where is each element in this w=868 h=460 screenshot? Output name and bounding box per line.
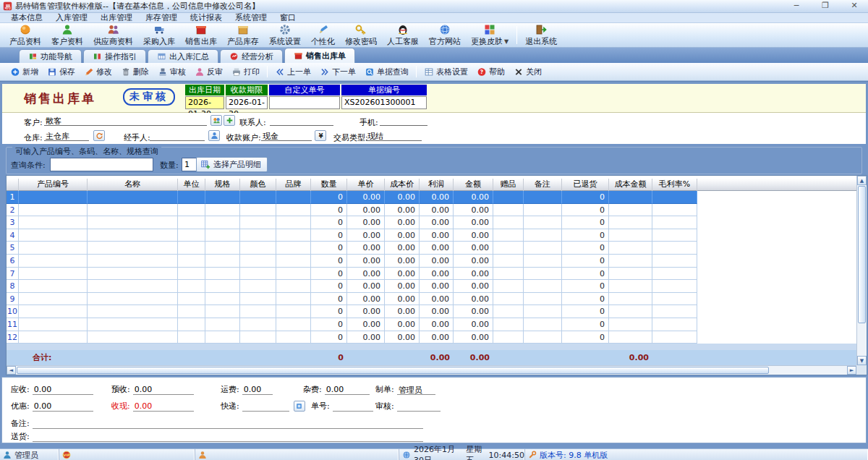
- grid-cell[interactable]: [88, 331, 178, 344]
- grid-cell[interactable]: 0: [311, 293, 347, 306]
- account-yen-button[interactable]: ¥: [315, 130, 326, 141]
- grid-cell[interactable]: [178, 191, 205, 204]
- grid-cell[interactable]: 0: [311, 318, 347, 331]
- grid-cell[interactable]: [178, 305, 205, 318]
- grid-cell[interactable]: 0: [311, 268, 347, 281]
- query-condition-input[interactable]: [50, 158, 153, 171]
- menu-item-4[interactable]: 库存管理: [139, 13, 184, 23]
- grid-cell[interactable]: [276, 255, 311, 268]
- grid-cell[interactable]: [652, 204, 697, 217]
- grid-row-6[interactable]: 600.000.000.000.000: [7, 255, 856, 268]
- grid-cell[interactable]: [19, 268, 88, 281]
- grid-cell[interactable]: 0.00: [385, 255, 420, 268]
- customer-field[interactable]: 散客: [44, 116, 207, 126]
- handler-field[interactable]: [150, 131, 205, 141]
- grid-cell[interactable]: 0.00: [347, 318, 385, 331]
- menu-item-2[interactable]: 入库管理: [49, 13, 94, 23]
- grid-cell[interactable]: [609, 204, 652, 217]
- grid-cell[interactable]: 0.00: [420, 318, 454, 331]
- grid-cell[interactable]: [524, 293, 562, 306]
- grid-cell[interactable]: 0: [562, 293, 609, 306]
- grid-header-金额[interactable]: 金额: [454, 179, 493, 191]
- grid-cell[interactable]: [524, 216, 562, 229]
- grid-cell[interactable]: 0.00: [454, 305, 493, 318]
- warehouse-select-button[interactable]: [93, 130, 105, 141]
- grid-cell[interactable]: 0.00: [385, 331, 420, 344]
- grid-cell[interactable]: 0: [311, 255, 347, 268]
- grid-cell[interactable]: 0.00: [347, 268, 385, 281]
- grid-cell[interactable]: [205, 204, 240, 217]
- toolbar-button-sale-box[interactable]: 销售出库: [180, 23, 222, 47]
- grid-cell[interactable]: [19, 305, 88, 318]
- maximize-button[interactable]: ❐: [816, 1, 835, 12]
- grid-cell[interactable]: [493, 216, 524, 229]
- grid-cell[interactable]: [178, 242, 205, 255]
- grid-cell[interactable]: 2: [7, 204, 19, 217]
- grid-cell[interactable]: [205, 242, 240, 255]
- toolbar-button-supplier-persons[interactable]: 供应商资料: [88, 23, 138, 47]
- grid-cell[interactable]: 0.00: [420, 229, 454, 242]
- grid-cell[interactable]: 0: [562, 305, 609, 318]
- grid-cell[interactable]: [88, 191, 178, 204]
- grid-cell[interactable]: [205, 305, 240, 318]
- footer-field-value[interactable]: [242, 401, 289, 412]
- doc-field-value[interactable]: [269, 96, 340, 109]
- grid-cell[interactable]: 0.00: [454, 204, 493, 217]
- grid-cell[interactable]: 0.00: [454, 280, 493, 293]
- footer-field-value[interactable]: 管理员: [397, 385, 435, 395]
- grid-cell[interactable]: 0: [311, 305, 347, 318]
- grid-header-单价[interactable]: 单价: [347, 179, 385, 191]
- grid-cell[interactable]: [493, 305, 524, 318]
- grid-header-备注[interactable]: 备注: [524, 179, 562, 191]
- doc-field-value[interactable]: XS202601300001: [341, 96, 427, 109]
- grid-cell[interactable]: [652, 280, 697, 293]
- grid-cell[interactable]: [240, 229, 276, 242]
- footer-field-value[interactable]: [333, 401, 373, 412]
- grid-cell[interactable]: [240, 216, 276, 229]
- grid-cell[interactable]: [240, 331, 276, 344]
- grid-cell[interactable]: 0: [311, 204, 347, 217]
- tab-操作指引[interactable]: 操作指引: [83, 49, 146, 63]
- grid-row-7[interactable]: 700.000.000.000.000: [7, 268, 856, 281]
- grid-cell[interactable]: [240, 318, 276, 331]
- grid-row-12[interactable]: 1200.000.000.000.000: [7, 331, 856, 344]
- grid-cell[interactable]: 0.00: [347, 331, 385, 344]
- footer-field-value[interactable]: 0.00: [33, 385, 93, 395]
- grid-cell[interactable]: 0.00: [385, 242, 420, 255]
- grid-cell[interactable]: [240, 204, 276, 217]
- tab-功能导航[interactable]: 功能导航: [19, 49, 82, 63]
- menu-item-6[interactable]: 系统管理: [229, 13, 273, 23]
- contact-field[interactable]: [270, 116, 333, 126]
- grid-cell[interactable]: [493, 229, 524, 242]
- toolbar-button-website-globe[interactable]: 官方网站: [424, 23, 466, 47]
- grid-cell[interactable]: 0.00: [347, 204, 385, 217]
- grid-cell[interactable]: 0.00: [454, 331, 493, 344]
- grid-cell[interactable]: [205, 255, 240, 268]
- grid-cell[interactable]: [88, 204, 178, 217]
- grid-cell[interactable]: [276, 229, 311, 242]
- grid-cell[interactable]: [240, 255, 276, 268]
- form-toolbar-button-help-circle[interactable]: ?帮助: [472, 65, 509, 79]
- form-toolbar-button-table-config[interactable]: 表格设置: [420, 65, 472, 79]
- toolbar-button-exit-door[interactable]: 退出系统: [520, 23, 562, 47]
- grid-cell[interactable]: 4: [7, 229, 19, 242]
- close-button[interactable]: ✕: [845, 1, 864, 12]
- grid-cell[interactable]: 0: [562, 229, 609, 242]
- toolbar-button-product-sphere[interactable]: 产品资料: [4, 23, 46, 47]
- grid-cell[interactable]: [609, 331, 652, 344]
- grid-row-4[interactable]: 400.000.000.000.000: [7, 229, 856, 242]
- grid-cell[interactable]: [609, 229, 652, 242]
- grid-cell[interactable]: [88, 293, 178, 306]
- menu-item-5[interactable]: 统计报表: [184, 13, 229, 23]
- grid-cell[interactable]: [88, 242, 178, 255]
- grid-cell[interactable]: 0: [562, 191, 609, 204]
- grid-cell[interactable]: 0.00: [454, 229, 493, 242]
- grid-cell[interactable]: [276, 318, 311, 331]
- grid-cell[interactable]: [88, 216, 178, 229]
- grid-cell[interactable]: [205, 268, 240, 281]
- grid-cell[interactable]: [19, 331, 88, 344]
- grid-cell[interactable]: 0.00: [420, 280, 454, 293]
- grid-cell[interactable]: 0.00: [385, 293, 420, 306]
- toolbar-button-skin-grid[interactable]: 更换皮肤▼: [466, 23, 514, 47]
- grid-cell[interactable]: [609, 255, 652, 268]
